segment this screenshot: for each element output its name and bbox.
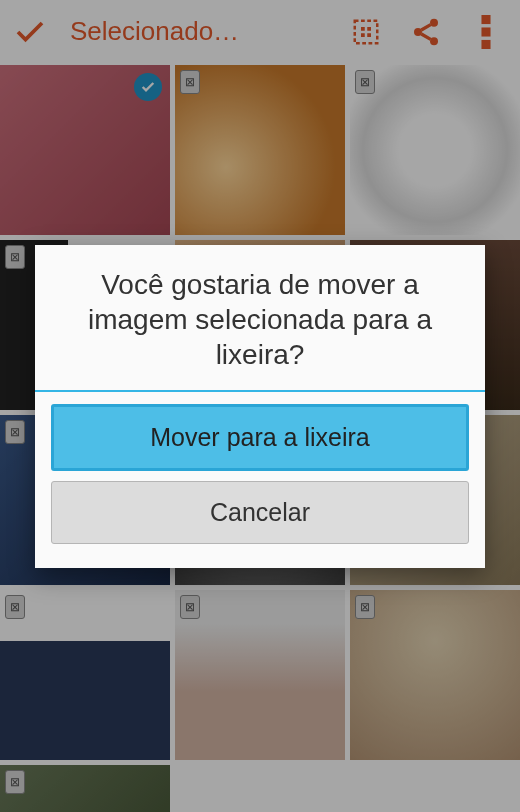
move-to-trash-button[interactable]: Mover para a lixeira xyxy=(51,404,469,471)
dialog-divider xyxy=(35,390,485,392)
dialog-title: Você gostaria de mover a imagem selecion… xyxy=(51,267,469,390)
confirm-dialog: Você gostaria de mover a imagem selecion… xyxy=(35,245,485,568)
modal-overlay[interactable]: Você gostaria de mover a imagem selecion… xyxy=(0,0,520,812)
cancel-button[interactable]: Cancelar xyxy=(51,481,469,544)
